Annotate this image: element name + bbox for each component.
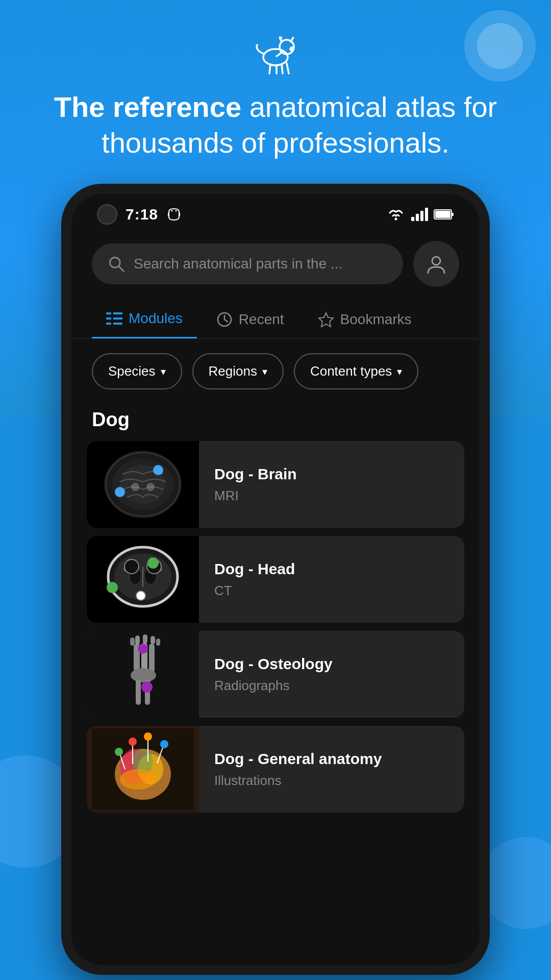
list-icon <box>106 311 122 326</box>
svg-rect-60 <box>136 679 141 705</box>
search-icon <box>107 255 126 273</box>
hero-bold: The reference <box>54 91 241 123</box>
module-info-head: Dog - Head CT <box>199 536 464 623</box>
svg-rect-65 <box>151 636 155 644</box>
brain-mri-image <box>92 444 194 525</box>
signal-icon <box>410 207 429 222</box>
svg-line-20 <box>119 266 124 272</box>
module-title-head: Dog - Head <box>214 560 449 578</box>
status-time: 7:18 <box>126 206 158 223</box>
svg-rect-26 <box>113 317 122 320</box>
tab-recent[interactable]: Recent <box>202 301 298 338</box>
dog-icon-container <box>250 26 301 77</box>
svg-rect-58 <box>149 644 155 673</box>
deco-circle-top-right <box>464 10 536 82</box>
svg-point-78 <box>144 732 152 741</box>
svg-rect-8 <box>179 212 180 216</box>
thumb-image-head <box>87 536 199 623</box>
filter-species-label: Species <box>108 363 156 379</box>
svg-line-5 <box>287 63 289 74</box>
svg-point-53 <box>147 557 159 569</box>
svg-point-10 <box>176 210 177 212</box>
filter-species[interactable]: Species ▾ <box>92 353 182 389</box>
svg-point-67 <box>138 644 148 654</box>
svg-point-50 <box>124 559 139 574</box>
svg-rect-17 <box>452 213 454 216</box>
tab-bookmarks[interactable]: Bookmarks <box>304 301 426 338</box>
svg-rect-12 <box>411 217 414 221</box>
filter-content-types[interactable]: Content types ▾ <box>294 353 418 389</box>
phone-wrapper: 7:18 <box>61 184 490 975</box>
svg-point-54 <box>136 591 145 600</box>
wifi-icon <box>387 207 405 222</box>
module-thumb-anatomy <box>87 726 199 813</box>
svg-rect-62 <box>130 638 135 646</box>
anatomy-illustration-image <box>92 728 194 810</box>
svg-rect-25 <box>113 312 122 314</box>
svg-rect-15 <box>425 208 428 221</box>
module-subtitle-osteology: Radiographs <box>214 678 449 694</box>
thumb-image-brain <box>87 441 199 528</box>
svg-rect-22 <box>106 312 111 314</box>
camera-dot <box>97 204 117 225</box>
status-right-icons <box>387 207 454 222</box>
profile-icon <box>425 253 447 275</box>
module-title-osteology: Dog - Osteology <box>214 655 449 673</box>
svg-rect-64 <box>143 634 147 644</box>
svg-rect-23 <box>106 317 111 320</box>
tab-modules-label: Modules <box>129 310 183 327</box>
svg-point-38 <box>146 483 155 491</box>
filter-regions[interactable]: Regions ▾ <box>192 353 284 389</box>
filter-regions-label: Regions <box>209 363 257 379</box>
section-heading-text: Dog <box>92 409 130 430</box>
deco-circle-bottom-right <box>480 837 551 929</box>
module-card-dog-head[interactable]: Dog - Head CT <box>87 536 464 623</box>
app-content: 7:18 <box>71 194 480 965</box>
star-icon <box>318 311 334 328</box>
svg-point-0 <box>263 49 288 65</box>
svg-rect-66 <box>156 639 160 646</box>
status-left: 7:18 <box>97 204 182 225</box>
search-section: Search anatomical parts in the ... <box>71 231 480 295</box>
dog-icon <box>250 26 301 77</box>
tabs-section: Modules Recent Bookmarks <box>71 295 480 339</box>
modules-list: Dog - Brain MRI <box>71 441 480 965</box>
module-card-dog-anatomy[interactable]: Dog - General anatomy Illustrations <box>87 726 464 813</box>
svg-line-4 <box>282 64 283 74</box>
search-bar[interactable]: Search anatomical parts in the ... <box>92 243 403 284</box>
svg-rect-13 <box>416 214 419 221</box>
section-heading: Dog <box>71 404 480 441</box>
species-chevron-icon: ▾ <box>161 365 166 378</box>
module-info-brain: Dog - Brain MRI <box>199 441 464 528</box>
svg-point-39 <box>153 465 163 475</box>
svg-point-21 <box>432 257 440 265</box>
regions-chevron-icon: ▾ <box>262 365 267 378</box>
svg-line-2 <box>269 64 270 74</box>
module-info-osteology: Dog - Osteology Radiographs <box>199 631 464 718</box>
clock-icon <box>216 311 233 328</box>
svg-point-59 <box>131 668 156 682</box>
svg-point-76 <box>129 738 137 746</box>
module-thumb-osteology <box>87 631 199 718</box>
svg-point-68 <box>141 681 153 693</box>
filter-content-types-label: Content types <box>310 363 392 379</box>
svg-rect-18 <box>435 211 450 218</box>
module-card-dog-brain[interactable]: Dog - Brain MRI <box>87 441 464 528</box>
profile-button[interactable] <box>413 241 459 287</box>
phone-outer: 7:18 <box>61 184 490 975</box>
module-subtitle-brain: MRI <box>214 488 449 504</box>
content-types-chevron-icon: ▾ <box>397 365 402 378</box>
thumb-image-anatomy <box>87 726 199 813</box>
tab-modules[interactable]: Modules <box>92 300 197 338</box>
svg-point-6 <box>290 47 293 51</box>
module-title-anatomy: Dog - General anatomy <box>214 750 449 768</box>
module-subtitle-anatomy: Illustrations <box>214 773 449 789</box>
svg-point-37 <box>131 483 139 491</box>
hero-text: The reference anatomical atlas for thous… <box>0 89 551 161</box>
osteology-radiograph-image <box>92 633 194 715</box>
filters-section: Species ▾ Regions ▾ Content types ▾ <box>71 339 480 404</box>
module-card-dog-osteology[interactable]: Dog - Osteology Radiographs <box>87 631 464 718</box>
svg-rect-24 <box>106 323 111 325</box>
svg-point-40 <box>115 487 125 497</box>
svg-point-82 <box>160 740 168 748</box>
